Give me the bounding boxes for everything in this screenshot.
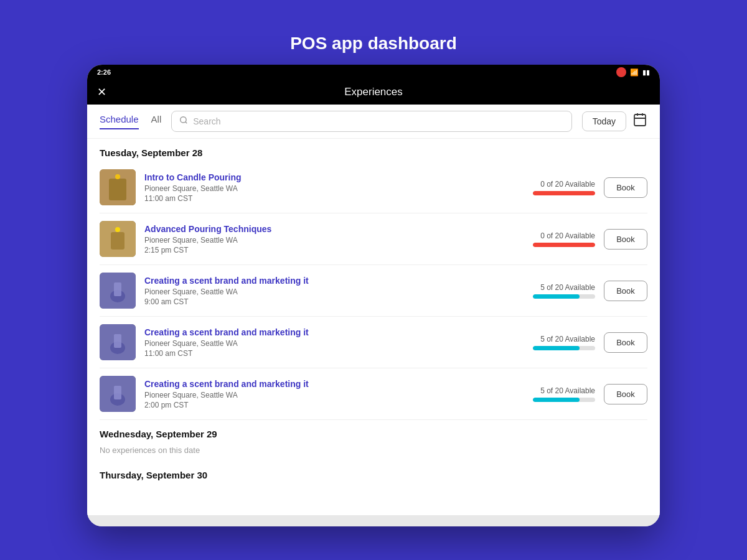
close-button[interactable]: ✕: [97, 86, 106, 98]
exp-location: Pioneer Square, Seattle WA: [144, 339, 512, 348]
search-icon: [179, 116, 188, 127]
list-item: Creating a scent brand and marketing it …: [100, 265, 647, 317]
exp-availability: 5 of 20 Available: [520, 335, 595, 350]
exp-thumbnail: [100, 376, 136, 412]
date-header-thursday: Thursday, September 30: [100, 461, 647, 484]
tab-schedule[interactable]: Schedule: [100, 114, 139, 129]
exp-thumbnail: [100, 169, 136, 205]
exp-info: Creating a scent brand and marketing it …: [144, 327, 512, 358]
exp-availability: 5 of 20 Available: [520, 283, 595, 299]
search-input[interactable]: [193, 116, 563, 126]
exp-name: Advanced Pouring Techniques: [144, 224, 512, 234]
svg-rect-10: [111, 232, 125, 250]
content-area: Schedule All Today: [87, 105, 660, 515]
svg-point-11: [115, 227, 120, 232]
exp-info: Advanced Pouring Techniques Pioneer Squa…: [144, 224, 512, 254]
exp-location: Pioneer Square, Seattle WA: [144, 287, 512, 296]
exp-thumbnail: [100, 221, 136, 257]
search-box: [171, 111, 571, 132]
svg-point-8: [115, 174, 120, 179]
exp-location: Pioneer Square, Seattle WA: [144, 391, 512, 399]
top-bar: Schedule All Today: [87, 105, 660, 139]
date-header-tuesday: Tuesday, September 28: [100, 139, 647, 162]
exp-thumbnail: [100, 324, 136, 360]
exp-availability: 0 of 20 Available: [520, 231, 595, 247]
exp-availability: 5 of 20 Available: [520, 386, 595, 402]
svg-rect-17: [114, 334, 121, 348]
exp-info: Creating a scent brand and marketing it …: [144, 276, 512, 306]
calendar-button[interactable]: [632, 112, 647, 131]
svg-line-1: [186, 122, 187, 124]
book-button[interactable]: Book: [604, 229, 647, 250]
record-icon: [616, 67, 626, 77]
svg-rect-14: [114, 282, 121, 296]
date-header-wednesday: Wednesday, September 29: [100, 420, 647, 443]
book-button[interactable]: Book: [604, 281, 647, 301]
status-icons: 📶 ▮▮: [616, 67, 650, 77]
exp-time: 2:15 pm CST: [144, 246, 512, 254]
tab-all[interactable]: All: [151, 114, 162, 129]
list-item: Creating a scent brand and marketing it …: [100, 368, 647, 420]
exp-availability: 0 of 20 Available: [520, 180, 595, 195]
exp-time: 9:00 am CST: [144, 297, 512, 306]
svg-point-0: [181, 117, 186, 123]
exp-time: 11:00 am CST: [144, 349, 512, 358]
exp-thumbnail: [100, 273, 136, 309]
exp-location: Pioneer Square, Seattle WA: [144, 184, 512, 193]
tabs: Schedule All: [100, 114, 161, 129]
bottom-frame: [87, 515, 660, 526]
app-header: ✕ Experiences: [87, 80, 660, 105]
svg-rect-2: [634, 114, 646, 126]
list-item: Advanced Pouring Techniques Pioneer Squa…: [100, 213, 647, 265]
exp-name: Creating a scent brand and marketing it: [144, 327, 512, 337]
today-button[interactable]: Today: [582, 111, 626, 131]
exp-info: Intro to Candle Pouring Pioneer Square, …: [144, 172, 512, 203]
book-button[interactable]: Book: [604, 384, 647, 404]
exp-info: Creating a scent brand and marketing it …: [144, 379, 512, 409]
status-time: 2:26: [97, 68, 111, 76]
page-title: POS app dashboard: [290, 34, 457, 54]
exp-time: 11:00 am CST: [144, 194, 512, 203]
tablet-frame: 2:26 📶 ▮▮ ✕ Experiences Schedule All: [87, 65, 660, 526]
book-button[interactable]: Book: [604, 177, 647, 198]
exp-name: Creating a scent brand and marketing it: [144, 379, 512, 389]
no-experiences-wednesday: No experiences on this date: [100, 443, 647, 461]
exp-name: Creating a scent brand and marketing it: [144, 276, 512, 286]
status-bar: 2:26 📶 ▮▮: [87, 65, 660, 80]
exp-time: 2:00 pm CST: [144, 401, 512, 409]
exp-location: Pioneer Square, Seattle WA: [144, 236, 512, 245]
list-item: Intro to Candle Pouring Pioneer Square, …: [100, 162, 647, 213]
book-button[interactable]: Book: [604, 332, 647, 353]
right-controls: Today: [582, 111, 647, 131]
schedule-list: Tuesday, September 28 Intro to Candle Po…: [87, 139, 660, 484]
wifi-icon: 📶: [630, 68, 639, 77]
exp-name: Intro to Candle Pouring: [144, 172, 512, 182]
battery-icon: ▮▮: [642, 68, 650, 77]
list-item: Creating a scent brand and marketing it …: [100, 317, 647, 368]
app-header-title: Experiences: [344, 86, 403, 98]
svg-rect-20: [114, 386, 121, 399]
svg-rect-7: [109, 179, 126, 200]
